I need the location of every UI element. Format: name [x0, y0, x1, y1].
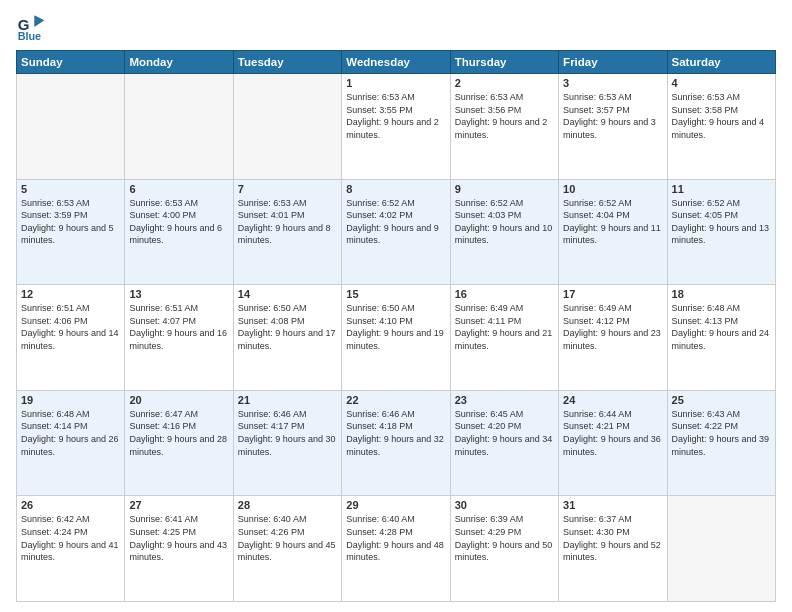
day-number: 17 — [563, 288, 662, 300]
day-info: Sunrise: 6:53 AMSunset: 3:58 PMDaylight:… — [672, 91, 771, 141]
day-info: Sunrise: 6:52 AMSunset: 4:02 PMDaylight:… — [346, 197, 445, 247]
calendar-cell: 30Sunrise: 6:39 AMSunset: 4:29 PMDayligh… — [450, 496, 558, 602]
day-number: 7 — [238, 183, 337, 195]
day-info: Sunrise: 6:50 AMSunset: 4:10 PMDaylight:… — [346, 302, 445, 352]
day-number: 14 — [238, 288, 337, 300]
calendar-cell: 26Sunrise: 6:42 AMSunset: 4:24 PMDayligh… — [17, 496, 125, 602]
weekday-header-sunday: Sunday — [17, 51, 125, 74]
calendar-week-row: 12Sunrise: 6:51 AMSunset: 4:06 PMDayligh… — [17, 285, 776, 391]
day-info: Sunrise: 6:39 AMSunset: 4:29 PMDaylight:… — [455, 513, 554, 563]
calendar-cell: 11Sunrise: 6:52 AMSunset: 4:05 PMDayligh… — [667, 179, 775, 285]
calendar-cell: 6Sunrise: 6:53 AMSunset: 4:00 PMDaylight… — [125, 179, 233, 285]
weekday-header-wednesday: Wednesday — [342, 51, 450, 74]
day-info: Sunrise: 6:45 AMSunset: 4:20 PMDaylight:… — [455, 408, 554, 458]
calendar-cell: 20Sunrise: 6:47 AMSunset: 4:16 PMDayligh… — [125, 390, 233, 496]
day-number: 23 — [455, 394, 554, 406]
calendar-cell: 28Sunrise: 6:40 AMSunset: 4:26 PMDayligh… — [233, 496, 341, 602]
day-info: Sunrise: 6:52 AMSunset: 4:04 PMDaylight:… — [563, 197, 662, 247]
header: G Blue — [16, 12, 776, 42]
day-info: Sunrise: 6:52 AMSunset: 4:05 PMDaylight:… — [672, 197, 771, 247]
calendar-cell: 2Sunrise: 6:53 AMSunset: 3:56 PMDaylight… — [450, 74, 558, 180]
day-number: 27 — [129, 499, 228, 511]
day-info: Sunrise: 6:48 AMSunset: 4:14 PMDaylight:… — [21, 408, 120, 458]
day-number: 6 — [129, 183, 228, 195]
calendar-cell: 9Sunrise: 6:52 AMSunset: 4:03 PMDaylight… — [450, 179, 558, 285]
day-info: Sunrise: 6:51 AMSunset: 4:07 PMDaylight:… — [129, 302, 228, 352]
calendar-header-row: SundayMondayTuesdayWednesdayThursdayFrid… — [17, 51, 776, 74]
calendar-cell: 31Sunrise: 6:37 AMSunset: 4:30 PMDayligh… — [559, 496, 667, 602]
calendar-cell: 18Sunrise: 6:48 AMSunset: 4:13 PMDayligh… — [667, 285, 775, 391]
day-number: 15 — [346, 288, 445, 300]
calendar-cell: 21Sunrise: 6:46 AMSunset: 4:17 PMDayligh… — [233, 390, 341, 496]
weekday-header-friday: Friday — [559, 51, 667, 74]
calendar-cell: 12Sunrise: 6:51 AMSunset: 4:06 PMDayligh… — [17, 285, 125, 391]
day-number: 5 — [21, 183, 120, 195]
calendar-week-row: 5Sunrise: 6:53 AMSunset: 3:59 PMDaylight… — [17, 179, 776, 285]
day-info: Sunrise: 6:49 AMSunset: 4:11 PMDaylight:… — [455, 302, 554, 352]
calendar-cell: 7Sunrise: 6:53 AMSunset: 4:01 PMDaylight… — [233, 179, 341, 285]
day-number: 8 — [346, 183, 445, 195]
calendar-cell: 17Sunrise: 6:49 AMSunset: 4:12 PMDayligh… — [559, 285, 667, 391]
day-number: 4 — [672, 77, 771, 89]
day-info: Sunrise: 6:53 AMSunset: 3:56 PMDaylight:… — [455, 91, 554, 141]
day-number: 24 — [563, 394, 662, 406]
day-info: Sunrise: 6:46 AMSunset: 4:18 PMDaylight:… — [346, 408, 445, 458]
day-info: Sunrise: 6:53 AMSunset: 3:55 PMDaylight:… — [346, 91, 445, 141]
day-info: Sunrise: 6:53 AMSunset: 3:59 PMDaylight:… — [21, 197, 120, 247]
calendar-cell — [233, 74, 341, 180]
calendar-cell: 22Sunrise: 6:46 AMSunset: 4:18 PMDayligh… — [342, 390, 450, 496]
day-info: Sunrise: 6:37 AMSunset: 4:30 PMDaylight:… — [563, 513, 662, 563]
calendar-cell: 15Sunrise: 6:50 AMSunset: 4:10 PMDayligh… — [342, 285, 450, 391]
calendar-cell: 27Sunrise: 6:41 AMSunset: 4:25 PMDayligh… — [125, 496, 233, 602]
day-number: 21 — [238, 394, 337, 406]
page: G Blue SundayMondayTuesdayWednesdayThurs… — [0, 0, 792, 612]
weekday-header-thursday: Thursday — [450, 51, 558, 74]
calendar-cell: 29Sunrise: 6:40 AMSunset: 4:28 PMDayligh… — [342, 496, 450, 602]
day-info: Sunrise: 6:51 AMSunset: 4:06 PMDaylight:… — [21, 302, 120, 352]
day-info: Sunrise: 6:50 AMSunset: 4:08 PMDaylight:… — [238, 302, 337, 352]
day-number: 29 — [346, 499, 445, 511]
logo: G Blue — [16, 12, 50, 42]
calendar-cell: 19Sunrise: 6:48 AMSunset: 4:14 PMDayligh… — [17, 390, 125, 496]
weekday-header-saturday: Saturday — [667, 51, 775, 74]
day-number: 1 — [346, 77, 445, 89]
day-info: Sunrise: 6:41 AMSunset: 4:25 PMDaylight:… — [129, 513, 228, 563]
day-info: Sunrise: 6:40 AMSunset: 4:28 PMDaylight:… — [346, 513, 445, 563]
calendar-table: SundayMondayTuesdayWednesdayThursdayFrid… — [16, 50, 776, 602]
day-info: Sunrise: 6:46 AMSunset: 4:17 PMDaylight:… — [238, 408, 337, 458]
calendar-cell: 5Sunrise: 6:53 AMSunset: 3:59 PMDaylight… — [17, 179, 125, 285]
day-info: Sunrise: 6:40 AMSunset: 4:26 PMDaylight:… — [238, 513, 337, 563]
day-number: 19 — [21, 394, 120, 406]
day-number: 20 — [129, 394, 228, 406]
day-number: 18 — [672, 288, 771, 300]
weekday-header-monday: Monday — [125, 51, 233, 74]
day-number: 25 — [672, 394, 771, 406]
calendar-cell — [125, 74, 233, 180]
logo-icon: G Blue — [16, 12, 46, 42]
calendar-cell: 10Sunrise: 6:52 AMSunset: 4:04 PMDayligh… — [559, 179, 667, 285]
calendar-cell — [17, 74, 125, 180]
day-number: 16 — [455, 288, 554, 300]
day-info: Sunrise: 6:53 AMSunset: 4:00 PMDaylight:… — [129, 197, 228, 247]
day-info: Sunrise: 6:49 AMSunset: 4:12 PMDaylight:… — [563, 302, 662, 352]
day-number: 12 — [21, 288, 120, 300]
day-number: 10 — [563, 183, 662, 195]
day-number: 22 — [346, 394, 445, 406]
calendar-cell: 23Sunrise: 6:45 AMSunset: 4:20 PMDayligh… — [450, 390, 558, 496]
calendar-cell: 14Sunrise: 6:50 AMSunset: 4:08 PMDayligh… — [233, 285, 341, 391]
calendar-cell: 24Sunrise: 6:44 AMSunset: 4:21 PMDayligh… — [559, 390, 667, 496]
calendar-cell: 1Sunrise: 6:53 AMSunset: 3:55 PMDaylight… — [342, 74, 450, 180]
day-info: Sunrise: 6:53 AMSunset: 4:01 PMDaylight:… — [238, 197, 337, 247]
calendar-week-row: 26Sunrise: 6:42 AMSunset: 4:24 PMDayligh… — [17, 496, 776, 602]
day-number: 2 — [455, 77, 554, 89]
svg-text:Blue: Blue — [18, 30, 41, 42]
day-info: Sunrise: 6:43 AMSunset: 4:22 PMDaylight:… — [672, 408, 771, 458]
day-number: 28 — [238, 499, 337, 511]
day-number: 26 — [21, 499, 120, 511]
day-number: 9 — [455, 183, 554, 195]
calendar-week-row: 1Sunrise: 6:53 AMSunset: 3:55 PMDaylight… — [17, 74, 776, 180]
calendar-week-row: 19Sunrise: 6:48 AMSunset: 4:14 PMDayligh… — [17, 390, 776, 496]
weekday-header-tuesday: Tuesday — [233, 51, 341, 74]
calendar-cell: 4Sunrise: 6:53 AMSunset: 3:58 PMDaylight… — [667, 74, 775, 180]
day-info: Sunrise: 6:42 AMSunset: 4:24 PMDaylight:… — [21, 513, 120, 563]
